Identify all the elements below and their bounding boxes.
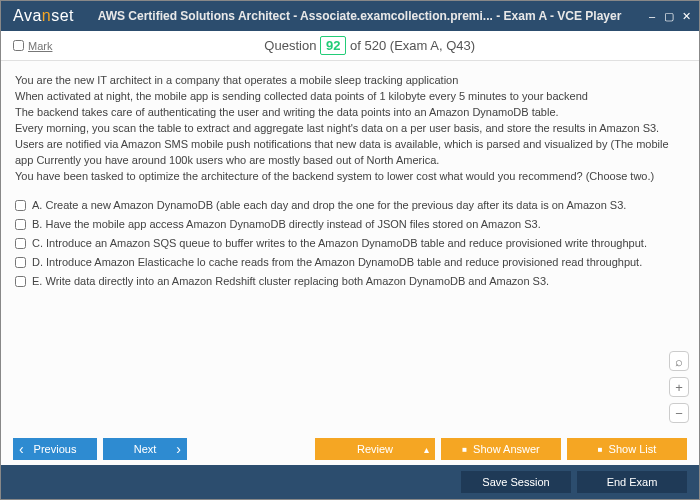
option-text: B. Have the mobile app access Amazon Dyn… — [32, 218, 541, 230]
button-label: Save Session — [482, 476, 549, 488]
option-b[interactable]: B. Have the mobile app access Amazon Dyn… — [15, 218, 685, 230]
question-label-post: of 520 (Exam A, Q43) — [350, 38, 475, 53]
mark-label: Mark — [28, 40, 52, 52]
option-d[interactable]: D. Introduce Amazon Elasticache lo cache… — [15, 256, 685, 268]
review-button[interactable]: Review — [315, 438, 435, 460]
option-checkbox[interactable] — [15, 257, 26, 268]
search-icon[interactable]: ⌕ — [669, 351, 689, 371]
button-label: End Exam — [607, 476, 658, 488]
zoom-out-icon[interactable]: − — [669, 403, 689, 423]
question-line: Every morning, you scan the table to ext… — [15, 121, 685, 137]
show-list-button[interactable]: Show List — [567, 438, 687, 460]
mark-checkbox[interactable] — [13, 40, 24, 51]
app-window: Avanset AWS Certified Solutions Architec… — [0, 0, 700, 500]
content-area: You are the new IT architect in a compan… — [1, 61, 699, 433]
option-checkbox[interactable] — [15, 200, 26, 211]
option-a[interactable]: A. Create a new Amazon DynamoDB (able ea… — [15, 199, 685, 211]
previous-button[interactable]: Previous — [13, 438, 97, 460]
question-line: The backend takes care of authenticating… — [15, 105, 685, 121]
mark-checkbox-wrap[interactable]: Mark — [13, 40, 52, 52]
button-label: Show List — [609, 443, 657, 455]
question-header: Question 92 of 520 (Exam A, Q43) — [52, 36, 687, 55]
zoom-tools: ⌕ + − — [669, 351, 689, 423]
save-session-button[interactable]: Save Session — [461, 471, 571, 493]
button-label: Next — [134, 443, 157, 455]
minimize-icon[interactable]: – — [645, 9, 659, 23]
question-line: When activated at night, the mobile app … — [15, 89, 685, 105]
maximize-icon[interactable]: ▢ — [662, 9, 676, 23]
titlebar: Avanset AWS Certified Solutions Architec… — [1, 1, 699, 31]
option-text: E. Write data directly into an Amazon Re… — [32, 275, 549, 287]
subheader: Mark Question 92 of 520 (Exam A, Q43) — [1, 31, 699, 61]
zoom-in-icon[interactable]: + — [669, 377, 689, 397]
end-exam-button[interactable]: End Exam — [577, 471, 687, 493]
option-checkbox[interactable] — [15, 276, 26, 287]
question-line: You are the new IT architect in a compan… — [15, 73, 685, 89]
button-label: Review — [357, 443, 393, 455]
logo-text-1: Ava — [13, 7, 42, 24]
nav-buttons-row: Previous Next Review Show Answer Show Li… — [1, 433, 699, 465]
logo-accent: n — [42, 7, 51, 24]
close-icon[interactable]: ✕ — [679, 9, 693, 23]
option-checkbox[interactable] — [15, 238, 26, 249]
option-checkbox[interactable] — [15, 219, 26, 230]
option-e[interactable]: E. Write data directly into an Amazon Re… — [15, 275, 685, 287]
logo: Avanset — [13, 7, 74, 25]
option-text: C. Introduce an Amazon SQS queue to buff… — [32, 237, 647, 249]
option-text: A. Create a new Amazon DynamoDB (able ea… — [32, 199, 626, 211]
button-label: Previous — [34, 443, 77, 455]
session-buttons-row: Save Session End Exam — [1, 465, 699, 499]
option-c[interactable]: C. Introduce an Amazon SQS queue to buff… — [15, 237, 685, 249]
question-line: You have been tasked to optimize the arc… — [15, 169, 685, 185]
option-text: D. Introduce Amazon Elasticache lo cache… — [32, 256, 642, 268]
question-number: 92 — [320, 36, 346, 55]
logo-text-2: set — [51, 7, 74, 24]
window-controls: – ▢ ✕ — [645, 9, 693, 23]
footer: Previous Next Review Show Answer Show Li… — [1, 433, 699, 499]
question-text: You are the new IT architect in a compan… — [15, 73, 685, 185]
button-label: Show Answer — [473, 443, 540, 455]
question-label-pre: Question — [264, 38, 316, 53]
question-line: Users are notified via Amazon SMS mobile… — [15, 137, 685, 169]
next-button[interactable]: Next — [103, 438, 187, 460]
answer-options: A. Create a new Amazon DynamoDB (able ea… — [15, 199, 685, 287]
window-title: AWS Certified Solutions Architect - Asso… — [74, 9, 645, 23]
show-answer-button[interactable]: Show Answer — [441, 438, 561, 460]
